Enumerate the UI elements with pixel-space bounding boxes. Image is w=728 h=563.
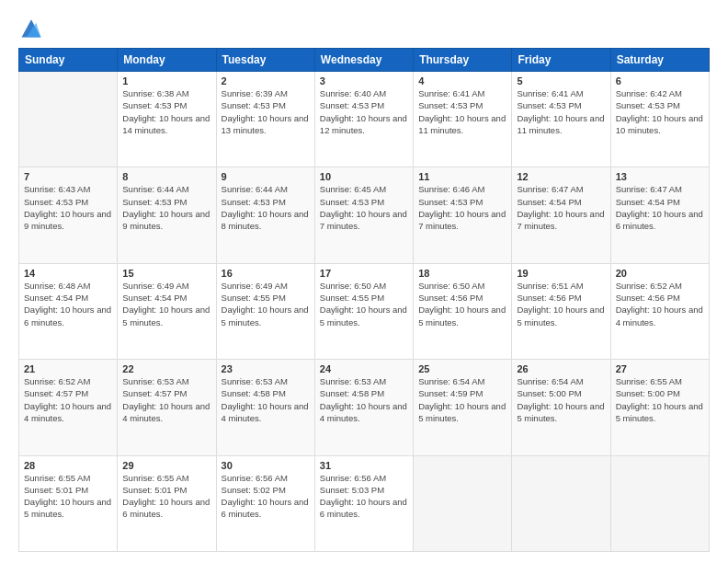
day-cell: 8Sunrise: 6:44 AMSunset: 4:53 PMDaylight… bbox=[118, 167, 216, 263]
day-number: 29 bbox=[122, 460, 210, 471]
day-info: Sunrise: 6:43 AMSunset: 4:53 PMDaylight:… bbox=[24, 183, 112, 232]
day-info: Sunrise: 6:51 AMSunset: 4:56 PMDaylight:… bbox=[517, 280, 605, 328]
day-info: Sunrise: 6:53 AMSunset: 4:57 PMDaylight:… bbox=[122, 375, 210, 424]
day-cell: 9Sunrise: 6:44 AMSunset: 4:53 PMDaylight… bbox=[216, 167, 314, 263]
week-row-2: 7Sunrise: 6:43 AMSunset: 4:53 PMDaylight… bbox=[19, 167, 710, 263]
day-number: 5 bbox=[517, 75, 605, 86]
day-cell bbox=[512, 455, 610, 551]
day-cell: 5Sunrise: 6:41 AMSunset: 4:53 PMDaylight… bbox=[512, 72, 610, 167]
day-cell: 15Sunrise: 6:49 AMSunset: 4:54 PMDayligh… bbox=[118, 263, 216, 359]
day-info: Sunrise: 6:47 AMSunset: 4:54 PMDaylight:… bbox=[517, 183, 605, 232]
week-row-3: 14Sunrise: 6:48 AMSunset: 4:54 PMDayligh… bbox=[19, 263, 710, 359]
day-cell: 6Sunrise: 6:42 AMSunset: 4:53 PMDaylight… bbox=[610, 72, 709, 167]
day-cell: 25Sunrise: 6:54 AMSunset: 4:59 PMDayligh… bbox=[414, 360, 512, 455]
day-cell: 14Sunrise: 6:48 AMSunset: 4:54 PMDayligh… bbox=[19, 263, 118, 359]
day-info: Sunrise: 6:50 AMSunset: 4:55 PMDaylight:… bbox=[320, 280, 408, 328]
day-number: 13 bbox=[616, 171, 704, 182]
day-cell: 24Sunrise: 6:53 AMSunset: 4:58 PMDayligh… bbox=[314, 360, 413, 455]
day-number: 16 bbox=[222, 268, 310, 279]
day-cell: 21Sunrise: 6:52 AMSunset: 4:57 PMDayligh… bbox=[19, 360, 118, 455]
day-info: Sunrise: 6:41 AMSunset: 4:53 PMDaylight:… bbox=[418, 87, 506, 136]
day-cell: 29Sunrise: 6:55 AMSunset: 5:01 PMDayligh… bbox=[118, 455, 216, 551]
day-info: Sunrise: 6:45 AMSunset: 4:53 PMDaylight:… bbox=[320, 183, 408, 232]
day-info: Sunrise: 6:42 AMSunset: 4:53 PMDaylight:… bbox=[616, 87, 704, 136]
day-cell: 19Sunrise: 6:51 AMSunset: 4:56 PMDayligh… bbox=[512, 263, 610, 359]
calendar-header-row: SundayMondayTuesdayWednesdayThursdayFrid… bbox=[19, 49, 710, 72]
column-header-saturday: Saturday bbox=[610, 49, 709, 72]
day-number: 12 bbox=[517, 171, 605, 182]
day-number: 7 bbox=[24, 171, 112, 182]
day-cell bbox=[414, 455, 512, 551]
calendar: SundayMondayTuesdayWednesdayThursdayFrid… bbox=[18, 48, 710, 552]
day-number: 8 bbox=[122, 171, 210, 182]
header bbox=[18, 15, 710, 40]
day-number: 6 bbox=[616, 75, 704, 86]
day-number: 2 bbox=[222, 75, 310, 86]
day-number: 28 bbox=[24, 460, 112, 471]
day-number: 25 bbox=[418, 363, 506, 374]
day-cell: 26Sunrise: 6:54 AMSunset: 5:00 PMDayligh… bbox=[512, 360, 610, 455]
day-info: Sunrise: 6:53 AMSunset: 4:58 PMDaylight:… bbox=[320, 375, 408, 424]
day-info: Sunrise: 6:39 AMSunset: 4:53 PMDaylight:… bbox=[222, 87, 310, 136]
day-info: Sunrise: 6:38 AMSunset: 4:53 PMDaylight:… bbox=[122, 87, 210, 136]
day-number: 14 bbox=[24, 268, 112, 279]
day-cell bbox=[610, 455, 709, 551]
day-cell: 3Sunrise: 6:40 AMSunset: 4:53 PMDaylight… bbox=[314, 72, 413, 167]
day-info: Sunrise: 6:40 AMSunset: 4:53 PMDaylight:… bbox=[320, 87, 408, 136]
day-number: 30 bbox=[222, 460, 310, 471]
day-cell: 12Sunrise: 6:47 AMSunset: 4:54 PMDayligh… bbox=[512, 167, 610, 263]
day-info: Sunrise: 6:46 AMSunset: 4:53 PMDaylight:… bbox=[418, 183, 506, 232]
day-info: Sunrise: 6:54 AMSunset: 5:00 PMDaylight:… bbox=[517, 375, 605, 424]
column-header-thursday: Thursday bbox=[414, 49, 512, 72]
day-info: Sunrise: 6:54 AMSunset: 4:59 PMDaylight:… bbox=[418, 375, 506, 424]
day-cell: 20Sunrise: 6:52 AMSunset: 4:56 PMDayligh… bbox=[610, 263, 709, 359]
day-cell: 18Sunrise: 6:50 AMSunset: 4:56 PMDayligh… bbox=[414, 263, 512, 359]
day-info: Sunrise: 6:52 AMSunset: 4:56 PMDaylight:… bbox=[616, 280, 704, 328]
day-cell: 23Sunrise: 6:53 AMSunset: 4:58 PMDayligh… bbox=[216, 360, 314, 455]
column-header-wednesday: Wednesday bbox=[314, 49, 413, 72]
day-number: 18 bbox=[418, 268, 506, 279]
column-header-friday: Friday bbox=[512, 49, 610, 72]
day-info: Sunrise: 6:53 AMSunset: 4:58 PMDaylight:… bbox=[222, 375, 310, 424]
day-cell: 16Sunrise: 6:49 AMSunset: 4:55 PMDayligh… bbox=[216, 263, 314, 359]
day-number: 26 bbox=[517, 363, 605, 374]
day-number: 21 bbox=[24, 363, 112, 374]
logo-icon bbox=[18, 15, 44, 40]
day-cell: 28Sunrise: 6:55 AMSunset: 5:01 PMDayligh… bbox=[19, 455, 118, 551]
day-cell: 31Sunrise: 6:56 AMSunset: 5:03 PMDayligh… bbox=[314, 455, 413, 551]
day-number: 23 bbox=[222, 363, 310, 374]
day-info: Sunrise: 6:49 AMSunset: 4:55 PMDaylight:… bbox=[222, 280, 310, 328]
day-info: Sunrise: 6:41 AMSunset: 4:53 PMDaylight:… bbox=[517, 87, 605, 136]
week-row-4: 21Sunrise: 6:52 AMSunset: 4:57 PMDayligh… bbox=[19, 360, 710, 455]
day-info: Sunrise: 6:50 AMSunset: 4:56 PMDaylight:… bbox=[418, 280, 506, 328]
day-number: 15 bbox=[122, 268, 210, 279]
day-cell: 11Sunrise: 6:46 AMSunset: 4:53 PMDayligh… bbox=[414, 167, 512, 263]
day-number: 27 bbox=[616, 363, 704, 374]
day-cell: 13Sunrise: 6:47 AMSunset: 4:54 PMDayligh… bbox=[610, 167, 709, 263]
day-number: 3 bbox=[320, 75, 408, 86]
day-number: 19 bbox=[517, 268, 605, 279]
day-number: 20 bbox=[616, 268, 704, 279]
day-cell: 2Sunrise: 6:39 AMSunset: 4:53 PMDaylight… bbox=[216, 72, 314, 167]
day-info: Sunrise: 6:52 AMSunset: 4:57 PMDaylight:… bbox=[24, 375, 112, 424]
day-info: Sunrise: 6:56 AMSunset: 5:03 PMDaylight:… bbox=[320, 472, 408, 521]
day-info: Sunrise: 6:44 AMSunset: 4:53 PMDaylight:… bbox=[222, 183, 310, 232]
day-info: Sunrise: 6:56 AMSunset: 5:02 PMDaylight:… bbox=[222, 472, 310, 521]
day-cell: 7Sunrise: 6:43 AMSunset: 4:53 PMDaylight… bbox=[19, 167, 118, 263]
week-row-1: 1Sunrise: 6:38 AMSunset: 4:53 PMDaylight… bbox=[19, 72, 710, 167]
day-info: Sunrise: 6:47 AMSunset: 4:54 PMDaylight:… bbox=[616, 183, 704, 232]
day-number: 17 bbox=[320, 268, 408, 279]
day-cell: 4Sunrise: 6:41 AMSunset: 4:53 PMDaylight… bbox=[414, 72, 512, 167]
day-number: 4 bbox=[418, 75, 506, 86]
column-header-sunday: Sunday bbox=[19, 49, 118, 72]
day-cell: 10Sunrise: 6:45 AMSunset: 4:53 PMDayligh… bbox=[314, 167, 413, 263]
column-header-monday: Monday bbox=[118, 49, 216, 72]
day-number: 24 bbox=[320, 363, 408, 374]
day-cell: 22Sunrise: 6:53 AMSunset: 4:57 PMDayligh… bbox=[118, 360, 216, 455]
day-cell: 27Sunrise: 6:55 AMSunset: 5:00 PMDayligh… bbox=[610, 360, 709, 455]
day-info: Sunrise: 6:55 AMSunset: 5:00 PMDaylight:… bbox=[616, 375, 704, 424]
day-info: Sunrise: 6:48 AMSunset: 4:54 PMDaylight:… bbox=[24, 280, 112, 328]
day-cell: 17Sunrise: 6:50 AMSunset: 4:55 PMDayligh… bbox=[314, 263, 413, 359]
day-number: 31 bbox=[320, 460, 408, 471]
day-cell: 30Sunrise: 6:56 AMSunset: 5:02 PMDayligh… bbox=[216, 455, 314, 551]
